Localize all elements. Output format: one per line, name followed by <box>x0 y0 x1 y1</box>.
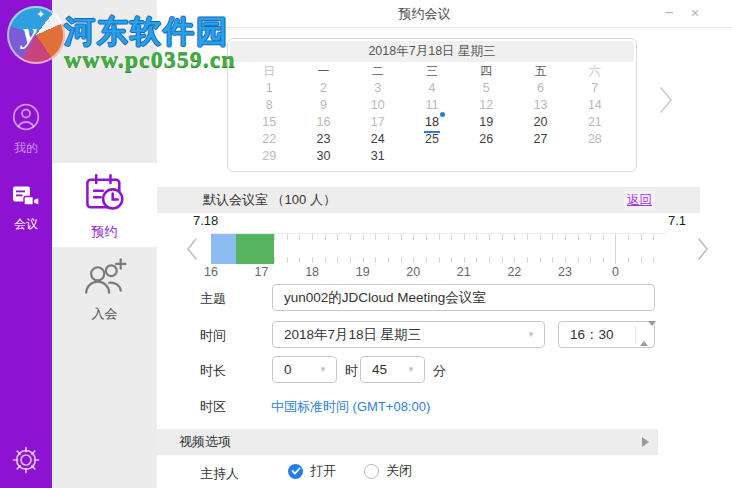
calendar-title: 2018年7月18日 星期三 <box>230 41 634 62</box>
timeline-hour-label: 22 <box>507 265 521 279</box>
timeline-bar[interactable] <box>211 233 666 263</box>
timeline-prev-button[interactable] <box>186 237 198 265</box>
spinner-up-icon <box>640 326 648 346</box>
timeline-hour-label: 19 <box>356 265 370 279</box>
calendar-day[interactable]: 28 <box>568 131 622 148</box>
calendar-dow: 三 <box>405 63 459 79</box>
host-label: 主持人 <box>200 465 272 483</box>
secondary-sidebar: 预约 入会 <box>52 0 157 488</box>
calendar-day[interactable]: 26 <box>459 131 513 148</box>
timezone-link[interactable]: 中国标准时间 (GMT+08:00) <box>271 398 430 416</box>
timeline-next-button[interactable] <box>697 237 709 265</box>
chevron-right-icon <box>659 85 674 115</box>
calendar-day[interactable]: 11 <box>405 97 459 114</box>
close-button[interactable]: × <box>684 2 706 24</box>
primary-sidebar: 我的 会议 <box>0 0 52 488</box>
spinner-arrows[interactable] <box>635 326 647 344</box>
calendar-day[interactable]: 9 <box>296 97 350 114</box>
calendar-panel: 2018年7月18日 星期三 日一二三四五六 12345678910111213… <box>227 38 637 172</box>
calendar-day[interactable]: 22 <box>242 131 296 148</box>
calendar-day[interactable]: 5 <box>459 80 513 97</box>
expand-right-icon <box>642 437 649 447</box>
host-option-on[interactable]: 打开 <box>288 462 336 480</box>
calendar-dow: 日 <box>242 63 296 79</box>
sidebar-item-meeting[interactable]: 会议 <box>0 184 52 233</box>
calendar-day[interactable]: 21 <box>568 114 622 131</box>
timeline-hour-label: 18 <box>305 265 319 279</box>
calendar-day[interactable]: 24 <box>351 131 405 148</box>
tab-label: 预约 <box>52 223 157 241</box>
calendar-day[interactable]: 18 <box>405 114 459 131</box>
calendar-day[interactable]: 20 <box>513 114 567 131</box>
timeline-segment-selected <box>236 234 274 264</box>
calendar-dow-row: 日一二三四五六 <box>242 63 622 79</box>
back-link[interactable]: 返回 <box>624 191 655 210</box>
calendar-day[interactable]: 29 <box>242 148 296 165</box>
timeline-left-date: 7.18 <box>193 213 218 228</box>
calendar-day[interactable]: 6 <box>513 80 567 97</box>
calendar-day[interactable]: 30 <box>296 148 350 165</box>
host-option-label: 关闭 <box>386 462 412 480</box>
video-options-bar[interactable]: 视频选项 <box>157 429 658 455</box>
calendar-day[interactable]: 23 <box>296 131 350 148</box>
chevron-left-icon <box>186 237 198 261</box>
timeline-hour-label: 23 <box>558 265 572 279</box>
gear-icon <box>11 445 41 475</box>
calendar-dow: 一 <box>296 63 350 79</box>
calendar-dow: 五 <box>513 63 567 79</box>
calendar-day[interactable]: 4 <box>405 80 459 97</box>
date-select[interactable]: 2018年7月18日 星期三 ▼ <box>272 321 545 348</box>
calendar-day[interactable]: 1 <box>242 80 296 97</box>
chevron-right-icon <box>697 237 709 261</box>
settings-button[interactable] <box>11 445 41 475</box>
calendar-day[interactable]: 8 <box>242 97 296 114</box>
host-option-label: 打开 <box>310 462 336 480</box>
time-spinner[interactable]: 16：30 <box>558 321 655 348</box>
calendar-next-month-button[interactable] <box>659 85 674 119</box>
calendar-day[interactable]: 7 <box>568 80 622 97</box>
topic-input[interactable] <box>272 284 655 311</box>
calendar-grid: 1234567891011121314151617181920212223242… <box>242 80 622 165</box>
tab-join-meeting[interactable]: 入会 <box>52 250 157 334</box>
host-option-off[interactable]: 关闭 <box>364 462 412 480</box>
tab-book-meeting[interactable]: 预约 <box>52 163 157 247</box>
radio-unchecked-icon <box>364 464 379 479</box>
duration-minutes-value: 45 <box>372 357 387 382</box>
calendar-dow: 二 <box>351 63 405 79</box>
time-spinner-value: 16：30 <box>570 322 614 347</box>
calendar-day[interactable]: 14 <box>568 97 622 114</box>
spinner-down-icon <box>648 321 656 341</box>
calendar-day[interactable]: 3 <box>351 80 405 97</box>
calendar-day[interactable]: 25 <box>405 131 459 148</box>
timeline-hour-label: 17 <box>255 265 269 279</box>
calendar-dow: 四 <box>459 63 513 79</box>
calendar-day[interactable]: 17 <box>351 114 405 131</box>
chevron-down-icon: ▼ <box>527 330 535 339</box>
calendar-day[interactable]: 12 <box>459 97 513 114</box>
calendar-clock-icon <box>83 172 127 216</box>
calendar-day[interactable]: 10 <box>351 97 405 114</box>
calendar-day[interactable]: 31 <box>351 148 405 165</box>
chevron-down-icon: ▼ <box>319 365 327 374</box>
calendar-day[interactable]: 27 <box>513 131 567 148</box>
calendar-day <box>568 148 622 165</box>
minimize-button[interactable]: − <box>658 2 680 24</box>
calendar-day[interactable]: 19 <box>459 114 513 131</box>
timeline-hour-label: 21 <box>457 265 471 279</box>
timeline-segment-busy <box>211 234 236 264</box>
tab-label: 入会 <box>52 305 157 323</box>
calendar-day[interactable]: 2 <box>296 80 350 97</box>
calendar-day[interactable]: 15 <box>242 114 296 131</box>
calendar-day[interactable]: 13 <box>513 97 567 114</box>
calendar-dow: 六 <box>568 63 622 79</box>
duration-hours-select[interactable]: 0 ▼ <box>272 356 337 383</box>
duration-hours-value: 0 <box>284 357 292 382</box>
timeline-hour-labels: 16171819202122230 <box>211 265 666 281</box>
sidebar-item-mine[interactable]: 我的 <box>0 102 52 157</box>
duration-minutes-select[interactable]: 45 ▼ <box>360 356 425 383</box>
meeting-video-icon <box>12 184 40 208</box>
app-window: 预约会议 − × 我的 会议 <box>0 0 732 488</box>
minutes-unit-label: 分 <box>433 362 446 380</box>
calendar-day[interactable]: 16 <box>296 114 350 131</box>
timeline-hour-label: 0 <box>612 265 619 279</box>
